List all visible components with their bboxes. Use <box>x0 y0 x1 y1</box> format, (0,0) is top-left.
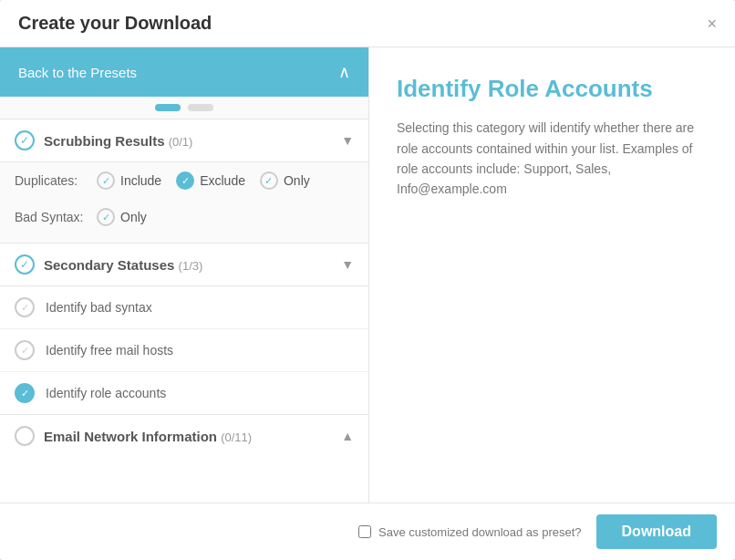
back-arrow-icon: ∧ <box>338 62 350 82</box>
download-button[interactable]: Download <box>596 514 717 549</box>
modal: Create your Download × Back to the Prese… <box>0 0 735 560</box>
duplicates-include-option[interactable]: ✓ Include <box>97 171 161 190</box>
scrubbing-chevron: ▼ <box>341 133 354 148</box>
detail-description: Selecting this category will identify wh… <box>397 118 708 200</box>
email-network-title: Email Network Information (0/11) <box>44 429 341 444</box>
only-label: Only <box>284 173 310 188</box>
duplicates-only-option[interactable]: ✓ Only <box>260 171 310 190</box>
save-preset-row: Save customized download as preset? <box>358 525 582 539</box>
back-to-presets-button[interactable]: Back to the Presets ∧ <box>0 47 368 97</box>
email-network-badge: (0/11) <box>221 430 252 444</box>
bad-syntax-only-radio: ✓ <box>97 208 115 226</box>
include-label: Include <box>120 173 161 188</box>
progress-dot-1 <box>155 104 181 111</box>
free-mail-check: ✓ <box>15 340 35 360</box>
exclude-label: Exclude <box>200 173 245 188</box>
secondary-badge: (1/3) <box>179 259 203 273</box>
role-accounts-check: ✓ <box>15 383 35 403</box>
secondary-statuses-header[interactable]: ✓ Secondary Statuses (1/3) ▼ <box>0 244 368 286</box>
secondary-chevron: ▼ <box>341 257 354 272</box>
include-radio: ✓ <box>97 171 115 190</box>
exclude-radio: ✓ <box>176 171 194 190</box>
role-accounts-item-label: Identify role accounts <box>46 386 166 400</box>
email-network-icon <box>15 426 35 446</box>
secondary-title: Secondary Statuses (1/3) <box>44 257 341 273</box>
scrubbing-sub-content: Duplicates: ✓ Include ✓ Exclude <box>0 162 368 244</box>
bad-syntax-row: Bad Syntax: ✓ Only <box>15 199 354 235</box>
scrubbing-icon: ✓ <box>15 130 35 150</box>
email-network-chevron: ▲ <box>341 429 354 443</box>
status-item-bad-syntax[interactable]: ✓ Identify bad syntax <box>0 286 368 329</box>
close-button[interactable]: × <box>707 16 717 32</box>
left-panel: Back to the Presets ∧ ✓ Scrubbing Result… <box>0 47 369 503</box>
detail-title: Identify Role Accounts <box>397 75 708 103</box>
duplicates-exclude-option[interactable]: ✓ Exclude <box>176 171 245 190</box>
duplicates-row: Duplicates: ✓ Include ✓ Exclude <box>15 162 354 199</box>
status-item-free-mail[interactable]: ✓ Identify free mail hosts <box>0 329 368 372</box>
modal-title: Create your Download <box>18 13 212 34</box>
save-preset-checkbox[interactable] <box>358 525 371 538</box>
bad-syntax-item-label: Identify bad syntax <box>46 300 152 315</box>
free-mail-item-label: Identify free mail hosts <box>46 343 173 358</box>
scrubbing-results-section[interactable]: ✓ Scrubbing Results (0/1) ▼ <box>0 119 368 162</box>
right-panel: Identify Role Accounts Selecting this ca… <box>369 47 735 503</box>
back-to-presets-label: Back to the Presets <box>18 65 137 80</box>
bad-syntax-options: ✓ Only <box>97 208 147 226</box>
scrubbing-badge: (0/1) <box>169 135 193 149</box>
secondary-statuses-section: ✓ Secondary Statuses (1/3) ▼ ✓ Identify … <box>0 244 368 415</box>
only-radio: ✓ <box>260 171 278 190</box>
modal-footer: Save customized download as preset? Down… <box>0 503 735 560</box>
duplicates-options: ✓ Include ✓ Exclude ✓ Only <box>97 171 310 190</box>
status-item-role-accounts[interactable]: ✓ Identify role accounts <box>0 372 368 414</box>
secondary-icon: ✓ <box>15 254 35 275</box>
bad-syntax-check: ✓ <box>15 297 35 317</box>
email-network-section[interactable]: Email Network Information (0/11) ▲ <box>0 415 368 457</box>
modal-header: Create your Download × <box>0 0 735 47</box>
bad-syntax-only-label: Only <box>120 210 147 224</box>
modal-body: Back to the Presets ∧ ✓ Scrubbing Result… <box>0 47 735 503</box>
scrubbing-title: Scrubbing Results (0/1) <box>44 133 341 149</box>
left-content: ✓ Scrubbing Results (0/1) ▼ Duplicates: <box>0 97 368 503</box>
bad-syntax-label: Bad Syntax: <box>15 210 97 224</box>
duplicates-label: Duplicates: <box>15 173 97 188</box>
save-preset-label: Save customized download as preset? <box>378 525 582 539</box>
progress-bar <box>0 97 368 119</box>
bad-syntax-only-option[interactable]: ✓ Only <box>97 208 147 226</box>
progress-dot-2 <box>188 104 213 111</box>
